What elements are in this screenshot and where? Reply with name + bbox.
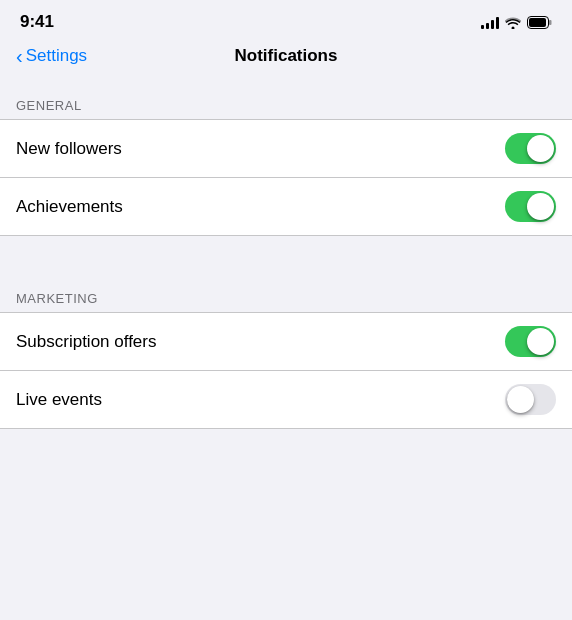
settings-group-general: New followers Achievements	[0, 119, 572, 236]
section-header-marketing: MARKETING	[0, 271, 572, 312]
signal-bar-3	[491, 20, 494, 29]
toggle-knob-live-events	[507, 386, 534, 413]
signal-bar-4	[496, 17, 499, 29]
toggle-knob-new-followers	[527, 135, 554, 162]
signal-bars-icon	[481, 15, 499, 29]
status-icons	[481, 15, 552, 29]
row-label-live-events: Live events	[16, 390, 102, 410]
svg-rect-1	[549, 20, 552, 25]
wifi-icon	[505, 16, 521, 29]
toggle-live-events[interactable]	[505, 384, 556, 415]
signal-bar-1	[481, 25, 484, 29]
row-new-followers: New followers	[0, 120, 572, 177]
page-title: Notifications	[235, 46, 338, 66]
toggle-knob-subscription-offers	[527, 328, 554, 355]
signal-bar-2	[486, 23, 489, 29]
back-label: Settings	[26, 46, 87, 66]
toggle-achievements[interactable]	[505, 191, 556, 222]
toggle-knob-achievements	[527, 193, 554, 220]
status-time: 9:41	[20, 12, 54, 32]
status-bar: 9:41	[0, 0, 572, 38]
navigation-bar: ‹ Settings Notifications	[0, 38, 572, 78]
section-header-general: GENERAL	[0, 78, 572, 119]
toggle-new-followers[interactable]	[505, 133, 556, 164]
toggle-subscription-offers[interactable]	[505, 326, 556, 357]
svg-rect-2	[529, 18, 546, 27]
row-label-subscription-offers: Subscription offers	[16, 332, 156, 352]
back-button[interactable]: ‹ Settings	[16, 46, 87, 66]
row-achievements: Achievements	[0, 177, 572, 235]
back-chevron-icon: ‹	[16, 46, 23, 66]
row-label-achievements: Achievements	[16, 197, 123, 217]
row-subscription-offers: Subscription offers	[0, 313, 572, 370]
section-spacer	[0, 236, 572, 271]
settings-group-marketing: Subscription offers Live events	[0, 312, 572, 429]
row-label-new-followers: New followers	[16, 139, 122, 159]
battery-icon	[527, 16, 552, 29]
row-live-events: Live events	[0, 370, 572, 428]
